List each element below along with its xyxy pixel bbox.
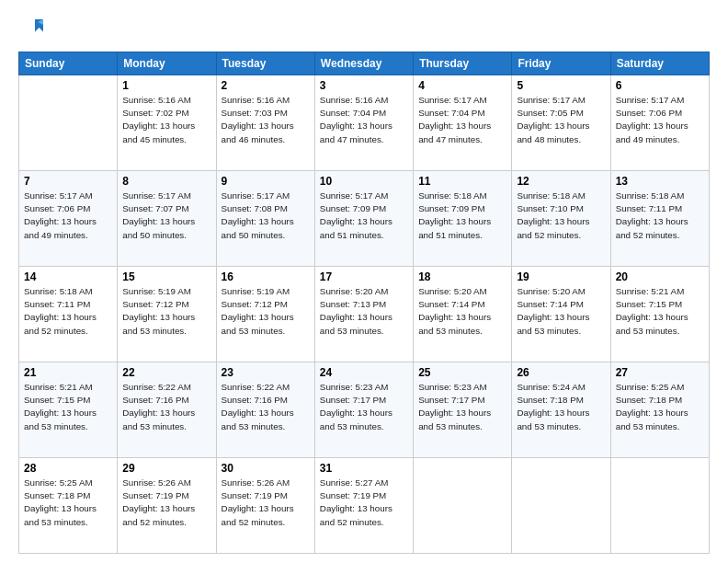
cell-info: Sunrise: 5:17 AMSunset: 7:06 PMDaylight:… (24, 190, 112, 242)
cell-date: 28 (24, 462, 112, 475)
cell-info: Sunrise: 5:18 AMSunset: 7:09 PMDaylight:… (418, 190, 506, 242)
cell-date: 3 (320, 79, 408, 92)
cell-info: Sunrise: 5:17 AMSunset: 7:05 PMDaylight:… (517, 94, 605, 146)
cell-info: Sunrise: 5:20 AMSunset: 7:13 PMDaylight:… (320, 285, 408, 338)
cell-info: Sunrise: 5:26 AMSunset: 7:19 PMDaylight:… (222, 477, 310, 529)
cell-date: 4 (418, 79, 506, 92)
cell-info: Sunrise: 5:17 AMSunset: 7:06 PMDaylight:… (616, 94, 704, 146)
cell-date: 31 (320, 462, 408, 475)
calendar-week-row: 1Sunrise: 5:16 AMSunset: 7:02 PMDaylight… (19, 75, 710, 171)
calendar-cell: 14Sunrise: 5:18 AMSunset: 7:11 PMDayligh… (19, 267, 118, 362)
calendar-cell: 13Sunrise: 5:18 AMSunset: 7:11 PMDayligh… (610, 171, 709, 267)
calendar-cell: 24Sunrise: 5:23 AMSunset: 7:17 PMDayligh… (314, 362, 413, 458)
cell-info: Sunrise: 5:16 AMSunset: 7:04 PMDaylight:… (320, 94, 408, 146)
calendar-cell: 10Sunrise: 5:17 AMSunset: 7:09 PMDayligh… (314, 171, 413, 267)
cell-info: Sunrise: 5:21 AMSunset: 7:15 PMDaylight:… (24, 381, 112, 433)
cell-date: 9 (222, 175, 310, 188)
calendar-week-row: 21Sunrise: 5:21 AMSunset: 7:15 PMDayligh… (19, 362, 710, 458)
calendar-week-row: 7Sunrise: 5:17 AMSunset: 7:06 PMDaylight… (19, 171, 710, 267)
calendar-cell: 18Sunrise: 5:20 AMSunset: 7:14 PMDayligh… (414, 267, 512, 362)
cell-date: 12 (517, 175, 605, 188)
weekday-header-wednesday: Wednesday (314, 52, 413, 75)
calendar-cell: 21Sunrise: 5:21 AMSunset: 7:15 PMDayligh… (19, 362, 118, 458)
calendar-cell: 16Sunrise: 5:19 AMSunset: 7:12 PMDayligh… (216, 267, 314, 362)
cell-date: 2 (222, 79, 310, 92)
weekday-header-friday: Friday (512, 52, 610, 75)
weekday-header-tuesday: Tuesday (216, 52, 314, 75)
calendar-cell: 4Sunrise: 5:17 AMSunset: 7:04 PMDaylight… (414, 75, 512, 171)
cell-info: Sunrise: 5:24 AMSunset: 7:18 PMDaylight:… (517, 381, 605, 433)
calendar-cell: 11Sunrise: 5:18 AMSunset: 7:09 PMDayligh… (414, 171, 512, 267)
weekday-header-monday: Monday (118, 52, 216, 75)
cell-info: Sunrise: 5:20 AMSunset: 7:14 PMDaylight:… (418, 285, 506, 338)
cell-date: 22 (122, 366, 210, 379)
calendar-cell: 30Sunrise: 5:26 AMSunset: 7:19 PMDayligh… (216, 458, 314, 554)
calendar-cell: 9Sunrise: 5:17 AMSunset: 7:08 PMDaylight… (216, 171, 314, 267)
calendar-cell: 23Sunrise: 5:22 AMSunset: 7:16 PMDayligh… (216, 362, 314, 458)
cell-info: Sunrise: 5:18 AMSunset: 7:10 PMDaylight:… (517, 190, 605, 242)
calendar-cell: 28Sunrise: 5:25 AMSunset: 7:18 PMDayligh… (19, 458, 118, 554)
cell-date: 10 (320, 175, 408, 188)
weekday-header-sunday: Sunday (19, 52, 118, 75)
calendar-cell: 3Sunrise: 5:16 AMSunset: 7:04 PMDaylight… (314, 75, 413, 171)
cell-date: 16 (222, 270, 310, 283)
calendar-cell (512, 458, 610, 554)
cell-info: Sunrise: 5:26 AMSunset: 7:19 PMDaylight:… (122, 477, 210, 529)
cell-info: Sunrise: 5:25 AMSunset: 7:18 PMDaylight:… (24, 477, 112, 529)
calendar-cell: 17Sunrise: 5:20 AMSunset: 7:13 PMDayligh… (314, 267, 413, 362)
cell-date: 6 (616, 79, 704, 92)
calendar-cell: 1Sunrise: 5:16 AMSunset: 7:02 PMDaylight… (118, 75, 216, 171)
cell-info: Sunrise: 5:16 AMSunset: 7:03 PMDaylight:… (222, 94, 310, 146)
cell-date: 23 (222, 366, 310, 379)
page: SundayMondayTuesdayWednesdayThursdayFrid… (0, 0, 728, 563)
cell-info: Sunrise: 5:18 AMSunset: 7:11 PMDaylight:… (24, 285, 112, 338)
cell-info: Sunrise: 5:17 AMSunset: 7:08 PMDaylight:… (222, 190, 310, 242)
cell-info: Sunrise: 5:19 AMSunset: 7:12 PMDaylight:… (222, 285, 310, 338)
calendar-cell: 12Sunrise: 5:18 AMSunset: 7:10 PMDayligh… (512, 171, 610, 267)
cell-date: 7 (24, 175, 112, 188)
calendar-cell: 6Sunrise: 5:17 AMSunset: 7:06 PMDaylight… (610, 75, 709, 171)
cell-date: 29 (122, 462, 210, 475)
calendar-cell: 26Sunrise: 5:24 AMSunset: 7:18 PMDayligh… (512, 362, 610, 458)
weekday-header-row: SundayMondayTuesdayWednesdayThursdayFrid… (19, 52, 710, 75)
cell-info: Sunrise: 5:21 AMSunset: 7:15 PMDaylight:… (616, 285, 704, 338)
cell-info: Sunrise: 5:17 AMSunset: 7:07 PMDaylight:… (122, 190, 210, 242)
calendar-cell (414, 458, 512, 554)
cell-date: 20 (616, 270, 704, 283)
calendar-cell: 19Sunrise: 5:20 AMSunset: 7:14 PMDayligh… (512, 267, 610, 362)
cell-info: Sunrise: 5:27 AMSunset: 7:19 PMDaylight:… (320, 477, 408, 529)
calendar-cell: 15Sunrise: 5:19 AMSunset: 7:12 PMDayligh… (118, 267, 216, 362)
logo-icon (18, 17, 46, 44)
logo (18, 17, 51, 44)
cell-date: 8 (122, 175, 210, 188)
cell-date: 24 (320, 366, 408, 379)
calendar-cell: 31Sunrise: 5:27 AMSunset: 7:19 PMDayligh… (314, 458, 413, 554)
cell-date: 11 (418, 175, 506, 188)
calendar-cell (19, 75, 118, 171)
cell-info: Sunrise: 5:23 AMSunset: 7:17 PMDaylight:… (320, 381, 408, 433)
calendar-cell: 8Sunrise: 5:17 AMSunset: 7:07 PMDaylight… (118, 171, 216, 267)
cell-date: 5 (517, 79, 605, 92)
cell-date: 17 (320, 270, 408, 283)
cell-info: Sunrise: 5:17 AMSunset: 7:04 PMDaylight:… (418, 94, 506, 146)
calendar-table: SundayMondayTuesdayWednesdayThursdayFrid… (18, 52, 710, 554)
cell-date: 15 (122, 270, 210, 283)
calendar-cell: 2Sunrise: 5:16 AMSunset: 7:03 PMDaylight… (216, 75, 314, 171)
calendar-cell: 29Sunrise: 5:26 AMSunset: 7:19 PMDayligh… (118, 458, 216, 554)
cell-date: 1 (122, 79, 210, 92)
cell-info: Sunrise: 5:22 AMSunset: 7:16 PMDaylight:… (222, 381, 310, 433)
cell-date: 27 (616, 366, 704, 379)
cell-date: 26 (517, 366, 605, 379)
calendar-cell: 25Sunrise: 5:23 AMSunset: 7:17 PMDayligh… (414, 362, 512, 458)
cell-info: Sunrise: 5:18 AMSunset: 7:11 PMDaylight:… (616, 190, 704, 242)
calendar-week-row: 14Sunrise: 5:18 AMSunset: 7:11 PMDayligh… (19, 267, 710, 362)
cell-date: 14 (24, 270, 112, 283)
cell-date: 19 (517, 270, 605, 283)
calendar-cell: 27Sunrise: 5:25 AMSunset: 7:18 PMDayligh… (610, 362, 709, 458)
calendar-week-row: 28Sunrise: 5:25 AMSunset: 7:18 PMDayligh… (19, 458, 710, 554)
cell-info: Sunrise: 5:23 AMSunset: 7:17 PMDaylight:… (418, 381, 506, 433)
calendar-cell: 5Sunrise: 5:17 AMSunset: 7:05 PMDaylight… (512, 75, 610, 171)
cell-date: 21 (24, 366, 112, 379)
cell-info: Sunrise: 5:25 AMSunset: 7:18 PMDaylight:… (616, 381, 704, 433)
cell-date: 13 (616, 175, 704, 188)
